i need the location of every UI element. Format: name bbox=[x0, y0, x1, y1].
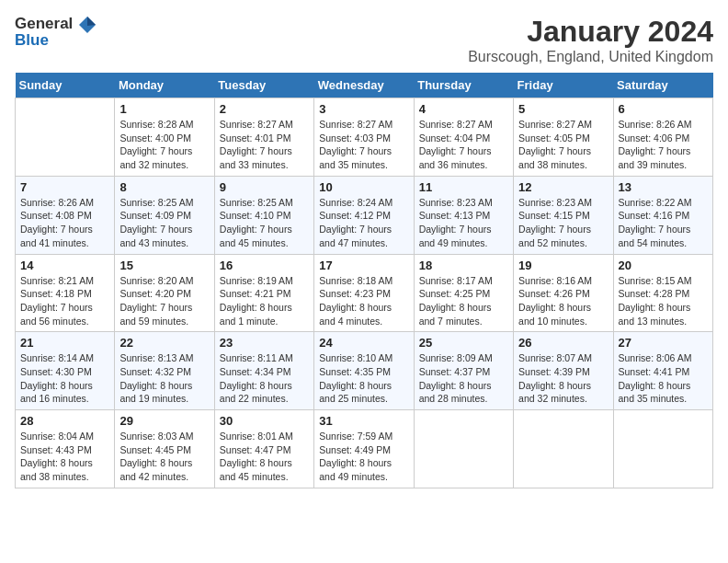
day-detail: Sunrise: 8:28 AMSunset: 4:00 PMDaylight:… bbox=[119, 118, 209, 172]
weekday-header-saturday: Saturday bbox=[613, 73, 712, 98]
calendar-cell: 11Sunrise: 8:23 AMSunset: 4:13 PMDayligh… bbox=[414, 176, 513, 254]
title-block: January 2024 Burscough, England, United … bbox=[468, 15, 713, 65]
day-number: 22 bbox=[119, 336, 209, 350]
weekday-header-thursday: Thursday bbox=[414, 73, 513, 98]
day-number: 14 bbox=[20, 259, 109, 272]
calendar-cell: 9Sunrise: 8:25 AMSunset: 4:10 PMDaylight… bbox=[214, 176, 313, 254]
calendar-cell: 7Sunrise: 8:26 AMSunset: 4:08 PMDaylight… bbox=[16, 176, 115, 254]
day-detail: Sunrise: 8:23 AMSunset: 4:15 PMDaylight:… bbox=[518, 196, 608, 250]
logo-icon bbox=[77, 15, 97, 35]
day-detail: Sunrise: 8:18 AMSunset: 4:23 PMDaylight:… bbox=[319, 274, 408, 328]
day-number: 19 bbox=[518, 259, 608, 272]
calendar-week-row: 14Sunrise: 8:21 AMSunset: 4:18 PMDayligh… bbox=[16, 254, 713, 332]
calendar-cell: 13Sunrise: 8:22 AMSunset: 4:16 PMDayligh… bbox=[613, 176, 712, 254]
calendar-cell: 22Sunrise: 8:13 AMSunset: 4:32 PMDayligh… bbox=[115, 332, 214, 410]
calendar-cell: 21Sunrise: 8:14 AMSunset: 4:30 PMDayligh… bbox=[16, 332, 115, 410]
day-number: 26 bbox=[518, 336, 608, 350]
calendar-cell: 14Sunrise: 8:21 AMSunset: 4:18 PMDayligh… bbox=[16, 254, 115, 332]
calendar-cell: 10Sunrise: 8:24 AMSunset: 4:12 PMDayligh… bbox=[314, 176, 414, 254]
logo-general: General bbox=[15, 15, 73, 32]
logo-blue bbox=[73, 15, 97, 32]
day-number: 2 bbox=[220, 102, 309, 116]
weekday-header-row: SundayMondayTuesdayWednesdayThursdayFrid… bbox=[16, 73, 713, 98]
day-number: 21 bbox=[20, 336, 109, 350]
day-detail: Sunrise: 8:15 AMSunset: 4:28 PMDaylight:… bbox=[619, 274, 708, 328]
calendar-cell: 25Sunrise: 8:09 AMSunset: 4:37 PMDayligh… bbox=[414, 332, 513, 410]
weekday-header-monday: Monday bbox=[115, 73, 214, 98]
day-number: 11 bbox=[419, 180, 508, 194]
weekday-header-friday: Friday bbox=[514, 73, 613, 98]
calendar-cell: 19Sunrise: 8:16 AMSunset: 4:26 PMDayligh… bbox=[514, 254, 613, 332]
calendar-cell: 30Sunrise: 8:01 AMSunset: 4:47 PMDayligh… bbox=[214, 410, 313, 488]
day-number: 4 bbox=[419, 102, 508, 116]
calendar-cell: 26Sunrise: 8:07 AMSunset: 4:39 PMDayligh… bbox=[514, 332, 613, 410]
day-number: 10 bbox=[319, 180, 408, 194]
day-number: 1 bbox=[119, 102, 209, 116]
calendar-cell bbox=[613, 410, 712, 488]
calendar-cell: 3Sunrise: 8:27 AMSunset: 4:03 PMDaylight… bbox=[314, 98, 414, 177]
day-number: 8 bbox=[119, 180, 209, 194]
calendar-cell: 5Sunrise: 8:27 AMSunset: 4:05 PMDaylight… bbox=[514, 98, 613, 177]
day-detail: Sunrise: 7:59 AMSunset: 4:49 PMDaylight:… bbox=[319, 430, 408, 484]
day-number: 29 bbox=[119, 414, 209, 428]
calendar-table: SundayMondayTuesdayWednesdayThursdayFrid… bbox=[15, 73, 713, 488]
day-number: 20 bbox=[619, 259, 708, 272]
day-detail: Sunrise: 8:22 AMSunset: 4:16 PMDaylight:… bbox=[619, 196, 708, 250]
calendar-cell: 15Sunrise: 8:20 AMSunset: 4:20 PMDayligh… bbox=[115, 254, 214, 332]
day-detail: Sunrise: 8:25 AMSunset: 4:10 PMDaylight:… bbox=[220, 196, 309, 250]
day-number: 7 bbox=[20, 180, 109, 194]
calendar-cell: 27Sunrise: 8:06 AMSunset: 4:41 PMDayligh… bbox=[613, 332, 712, 410]
calendar-cell bbox=[414, 410, 513, 488]
day-detail: Sunrise: 8:27 AMSunset: 4:05 PMDaylight:… bbox=[518, 118, 608, 172]
day-detail: Sunrise: 8:23 AMSunset: 4:13 PMDaylight:… bbox=[419, 196, 508, 250]
calendar-week-row: 28Sunrise: 8:04 AMSunset: 4:43 PMDayligh… bbox=[16, 410, 713, 488]
day-detail: Sunrise: 8:27 AMSunset: 4:04 PMDaylight:… bbox=[419, 118, 508, 172]
calendar-week-row: 1Sunrise: 8:28 AMSunset: 4:00 PMDaylight… bbox=[16, 98, 713, 177]
calendar-cell: 24Sunrise: 8:10 AMSunset: 4:35 PMDayligh… bbox=[314, 332, 414, 410]
day-detail: Sunrise: 8:24 AMSunset: 4:12 PMDaylight:… bbox=[319, 196, 408, 250]
calendar-cell: 4Sunrise: 8:27 AMSunset: 4:04 PMDaylight… bbox=[414, 98, 513, 177]
day-detail: Sunrise: 8:21 AMSunset: 4:18 PMDaylight:… bbox=[20, 274, 109, 328]
day-number: 13 bbox=[619, 180, 708, 194]
day-detail: Sunrise: 8:20 AMSunset: 4:20 PMDaylight:… bbox=[119, 274, 209, 328]
calendar-cell: 28Sunrise: 8:04 AMSunset: 4:43 PMDayligh… bbox=[16, 410, 115, 488]
day-detail: Sunrise: 8:26 AMSunset: 4:06 PMDaylight:… bbox=[619, 118, 708, 172]
month-title: January 2024 bbox=[468, 15, 713, 49]
day-number: 9 bbox=[220, 180, 309, 194]
weekday-header-sunday: Sunday bbox=[16, 73, 115, 98]
calendar-cell: 6Sunrise: 8:26 AMSunset: 4:06 PMDaylight… bbox=[613, 98, 712, 177]
calendar-week-row: 7Sunrise: 8:26 AMSunset: 4:08 PMDaylight… bbox=[16, 176, 713, 254]
day-number: 31 bbox=[319, 414, 408, 428]
calendar-cell: 31Sunrise: 7:59 AMSunset: 4:49 PMDayligh… bbox=[314, 410, 414, 488]
day-number: 16 bbox=[220, 259, 309, 272]
calendar-cell: 20Sunrise: 8:15 AMSunset: 4:28 PMDayligh… bbox=[613, 254, 712, 332]
day-detail: Sunrise: 8:06 AMSunset: 4:41 PMDaylight:… bbox=[619, 351, 708, 406]
day-detail: Sunrise: 8:07 AMSunset: 4:39 PMDaylight:… bbox=[518, 351, 608, 406]
day-detail: Sunrise: 8:25 AMSunset: 4:09 PMDaylight:… bbox=[119, 196, 209, 250]
day-detail: Sunrise: 8:19 AMSunset: 4:21 PMDaylight:… bbox=[220, 274, 309, 328]
day-number: 5 bbox=[518, 102, 608, 116]
calendar-cell: 12Sunrise: 8:23 AMSunset: 4:15 PMDayligh… bbox=[514, 176, 613, 254]
calendar-cell: 8Sunrise: 8:25 AMSunset: 4:09 PMDaylight… bbox=[115, 176, 214, 254]
day-detail: Sunrise: 8:03 AMSunset: 4:45 PMDaylight:… bbox=[119, 430, 209, 484]
calendar-cell bbox=[16, 98, 115, 177]
day-number: 6 bbox=[619, 102, 708, 116]
day-detail: Sunrise: 8:16 AMSunset: 4:26 PMDaylight:… bbox=[518, 274, 608, 328]
calendar-cell: 18Sunrise: 8:17 AMSunset: 4:25 PMDayligh… bbox=[414, 254, 513, 332]
day-detail: Sunrise: 8:09 AMSunset: 4:37 PMDaylight:… bbox=[419, 351, 508, 406]
day-number: 28 bbox=[20, 414, 109, 428]
day-detail: Sunrise: 8:27 AMSunset: 4:03 PMDaylight:… bbox=[319, 118, 408, 172]
day-detail: Sunrise: 8:11 AMSunset: 4:34 PMDaylight:… bbox=[220, 351, 309, 406]
day-number: 18 bbox=[419, 259, 508, 272]
day-detail: Sunrise: 8:14 AMSunset: 4:30 PMDaylight:… bbox=[20, 351, 109, 406]
calendar-cell: 16Sunrise: 8:19 AMSunset: 4:21 PMDayligh… bbox=[214, 254, 313, 332]
day-number: 12 bbox=[518, 180, 608, 194]
day-number: 24 bbox=[319, 336, 408, 350]
logo: General Blue bbox=[15, 15, 97, 50]
calendar-cell bbox=[514, 410, 613, 488]
day-detail: Sunrise: 8:10 AMSunset: 4:35 PMDaylight:… bbox=[319, 351, 408, 406]
location-title: Burscough, England, United Kingdom bbox=[468, 49, 713, 65]
day-number: 23 bbox=[220, 336, 309, 350]
calendar-cell: 23Sunrise: 8:11 AMSunset: 4:34 PMDayligh… bbox=[214, 332, 313, 410]
calendar-week-row: 21Sunrise: 8:14 AMSunset: 4:30 PMDayligh… bbox=[16, 332, 713, 410]
